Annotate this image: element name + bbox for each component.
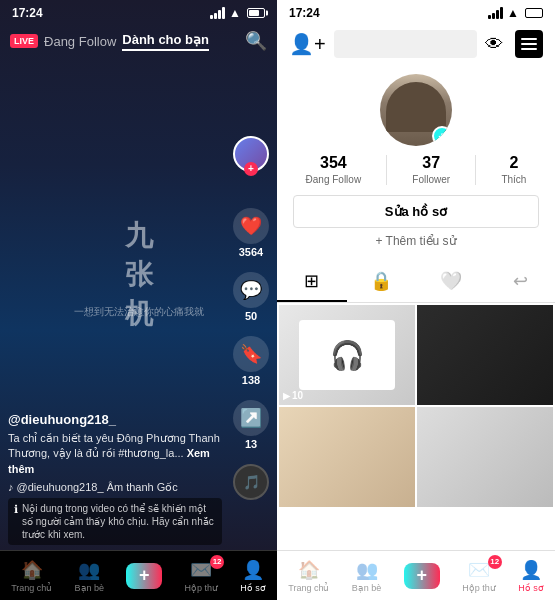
play-count-1: ▶ 10	[283, 390, 303, 401]
profile-avatar: +	[380, 74, 452, 146]
menu-button[interactable]	[515, 30, 543, 58]
inbox-icon: ✉️	[190, 559, 212, 581]
grid-item-4[interactable]	[417, 407, 553, 507]
grid-item-3[interactable]	[279, 407, 415, 507]
edit-profile-button[interactable]: Sửa hồ sơ	[293, 195, 539, 228]
profile-tabs: ⊞ 🔒 🤍 ↩	[277, 260, 555, 303]
left-nav: LIVE Đang Follow Dành cho bạn 🔍	[0, 24, 277, 58]
right-nav-label-trang-chu: Trang chủ	[288, 583, 329, 593]
right-nav-plus[interactable]: +	[404, 563, 440, 589]
friends-icon: 👥	[78, 559, 100, 581]
warning-icon: ℹ	[14, 503, 18, 516]
left-status-bar: 17:24 ▲	[0, 0, 277, 26]
follower-count: 37	[422, 154, 440, 172]
thich-count: 2	[509, 154, 518, 172]
right-nav-ho-so[interactable]: 👤 Hồ sơ	[518, 559, 544, 593]
right-friends-icon: 👥	[356, 559, 378, 581]
repost-icon: ↩	[513, 270, 528, 292]
right-nav-trang-chu[interactable]: 🏠 Trang chủ	[288, 559, 329, 593]
warning-box: ℹ Nội dung trong video có thể sẽ khiến m…	[8, 498, 222, 545]
right-time-display: 17:24	[289, 6, 320, 20]
profile-section: + 354 Đang Follow 37 Follower 2 Thích Sử…	[277, 66, 555, 260]
tab-dang-follow[interactable]: Đang Follow	[44, 34, 116, 49]
grid-item-1[interactable]: 🎧 ▶ 10	[279, 305, 415, 405]
right-nav-label-ban-be: Bạn bè	[352, 583, 382, 593]
right-nav-ban-be[interactable]: 👥 Bạn bè	[352, 559, 382, 593]
thich-stat: 2 Thích	[501, 154, 526, 185]
search-icon[interactable]: 🔍	[245, 30, 267, 52]
add-photo-button[interactable]: +	[432, 126, 452, 146]
lock-icon: 🔒	[370, 270, 392, 292]
eye-icon[interactable]: 👁	[485, 34, 503, 55]
grid-row-1: 🎧 ▶ 10	[279, 305, 553, 405]
hair-shape	[386, 82, 446, 132]
right-signal-icon	[488, 7, 503, 19]
right-profile-icon: 👤	[520, 559, 542, 581]
menu-line-3	[521, 48, 537, 50]
stat-divider-2	[475, 155, 476, 185]
right-inbox-icon: ✉️	[468, 559, 490, 581]
nav-label-trang-chu: Trang chủ	[11, 583, 52, 593]
grid-item-2-content	[417, 305, 553, 405]
right-inbox-badge: 12	[488, 555, 502, 569]
like-button[interactable]: ❤️ 3564	[233, 208, 269, 258]
home-icon: 🏠	[21, 559, 43, 581]
add-bio-button[interactable]: + Thêm tiểu sử	[375, 234, 456, 248]
spinning-disc: 🎵	[233, 464, 269, 500]
video-caption: Ta chỉ cần biết ta yêu Đông Phương Thanh…	[8, 431, 222, 477]
right-home-icon: 🏠	[298, 559, 320, 581]
heart-icon: 🤍	[440, 270, 462, 292]
play-icon: ▶	[283, 391, 290, 401]
avatar[interactable]	[233, 136, 269, 172]
right-nav-hop-thu[interactable]: ✉️ 12 Hộp thư	[462, 559, 496, 593]
video-music: ♪ @dieuhuong218_ Âm thanh Gốc	[8, 481, 222, 494]
profile-icon: 👤	[242, 559, 264, 581]
bookmark-button[interactable]: 🔖 138	[233, 336, 269, 386]
bottom-nav-left: 🏠 Trang chủ 👥 Bạn bè + ✉️ 12 Hộp thư 👤 H…	[0, 550, 277, 600]
right-wifi-icon: ▲	[507, 6, 519, 20]
menu-line-1	[521, 38, 537, 40]
nav-trang-chu[interactable]: 🏠 Trang chủ	[11, 559, 52, 593]
plus-icon: +	[126, 563, 162, 589]
grid-item-3-content	[279, 407, 415, 507]
right-status-bar: 17:24 ▲	[277, 0, 555, 26]
top-right-icons: 👁	[485, 30, 543, 58]
bookmark-count: 138	[242, 374, 260, 386]
thich-label: Thích	[501, 174, 526, 185]
tab-liked[interactable]: 🤍	[416, 260, 486, 302]
following-label: Đang Follow	[306, 174, 362, 185]
signal-icon	[210, 7, 225, 19]
wifi-icon: ▲	[229, 6, 241, 20]
time-display: 17:24	[12, 6, 43, 20]
tab-grid[interactable]: ⊞	[277, 260, 347, 302]
live-badge[interactable]: LIVE	[10, 34, 38, 48]
right-battery-icon	[525, 8, 543, 18]
grid-item-2[interactable]	[417, 305, 553, 405]
battery-icon	[247, 8, 265, 18]
menu-line-2	[521, 43, 537, 45]
share-button[interactable]: ↗️ 13	[233, 400, 269, 450]
right-nav-label-hop-thu: Hộp thư	[462, 583, 496, 593]
tab-repost[interactable]: ↩	[486, 260, 556, 302]
grid-row-2	[279, 407, 553, 507]
tab-lock[interactable]: 🔒	[347, 260, 417, 302]
tab-danh-cho-ban[interactable]: Dành cho bạn	[122, 32, 209, 51]
search-bar[interactable]	[334, 30, 477, 58]
right-top-bar: 👤+ 👁	[277, 26, 555, 66]
comment-count: 50	[245, 310, 257, 322]
stat-divider-1	[386, 155, 387, 185]
inbox-badge: 12	[210, 555, 224, 569]
right-plus-icon: +	[404, 563, 440, 589]
nav-plus[interactable]: +	[126, 563, 162, 589]
add-user-button[interactable]: 👤+	[289, 32, 326, 56]
nav-hop-thu[interactable]: ✉️ 12 Hộp thư	[185, 559, 219, 593]
profile-stats: 354 Đang Follow 37 Follower 2 Thích	[293, 154, 539, 185]
following-stat: 354 Đang Follow	[306, 154, 362, 185]
follower-label: Follower	[412, 174, 450, 185]
product-image: 🎧	[299, 320, 394, 390]
comment-button[interactable]: 💬 50	[233, 272, 269, 322]
right-panel: 17:24 ▲ 👤+ 👁	[277, 0, 555, 600]
nav-ho-so[interactable]: 👤 Hồ sơ	[240, 559, 266, 593]
nav-label-ho-so: Hồ sơ	[240, 583, 266, 593]
nav-ban-be[interactable]: 👥 Bạn bè	[75, 559, 105, 593]
